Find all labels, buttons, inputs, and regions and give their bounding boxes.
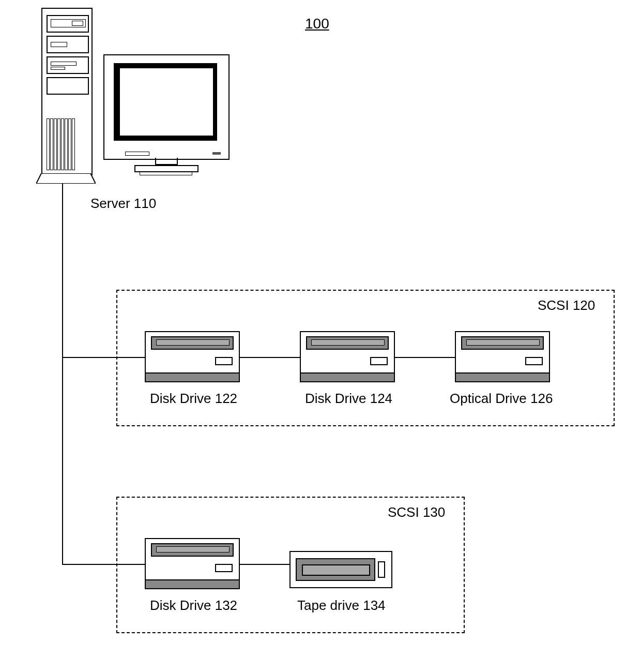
- drive-label: Tape drive 134: [297, 598, 386, 614]
- scsi-box-2-label: SCSI 130: [388, 504, 445, 520]
- diagram-canvas: 100: [0, 0, 641, 672]
- disk-drive-icon: [145, 331, 240, 382]
- drive-label: Disk Drive 122: [150, 391, 237, 407]
- disk-drive-icon: [145, 538, 240, 589]
- server-label: Server 110: [90, 196, 156, 212]
- connector-h1b: [238, 357, 300, 358]
- tape-drive-icon: [289, 551, 392, 588]
- connector-h1c: [393, 357, 455, 358]
- drive-label: Disk Drive 132: [150, 598, 237, 614]
- svg-marker-0: [36, 173, 96, 184]
- optical-drive-icon: [455, 331, 550, 382]
- server-tower-icon: [36, 8, 96, 184]
- disk-drive-icon: [300, 331, 395, 382]
- drive-label: Optical Drive 126: [450, 391, 553, 407]
- figure-number: 100: [305, 16, 329, 32]
- connector-h2b: [238, 564, 289, 565]
- bus-vertical: [62, 184, 63, 564]
- drive-label: Disk Drive 124: [305, 391, 392, 407]
- connector-h2: [62, 564, 145, 565]
- scsi-box-1-label: SCSI 120: [538, 297, 595, 313]
- connector-h1: [62, 357, 145, 358]
- monitor-icon: [103, 54, 230, 160]
